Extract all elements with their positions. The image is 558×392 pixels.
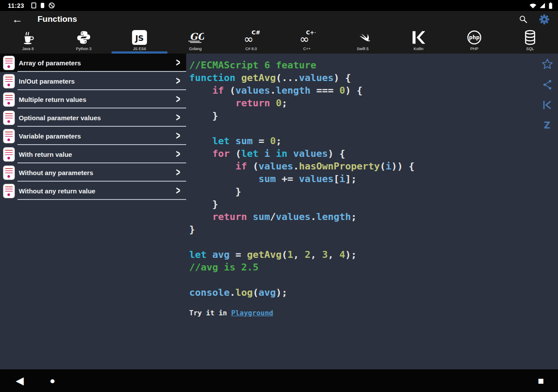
svg-text:JS: JS xyxy=(134,34,144,43)
status-bar: 11:23 xyxy=(0,0,558,11)
code-line: if (values.hasOwnProperty(i)) { xyxy=(189,160,532,172)
js-icon: JS xyxy=(131,29,148,46)
sidebar-item-label: Optional parameter values xyxy=(19,114,101,122)
sidebar-item-label: Multiple return values xyxy=(19,96,86,103)
tab-label: SQL xyxy=(526,47,534,51)
code-line: //ECMAScript 6 feature xyxy=(189,59,532,71)
code-line: let sum = 0; xyxy=(189,135,532,147)
tab-kotlin[interactable]: Kotlin xyxy=(391,27,446,54)
tab-java-8[interactable]: Java 8 xyxy=(0,27,56,54)
share-button[interactable] xyxy=(541,78,553,91)
settings-gear-icon xyxy=(538,14,550,25)
tab-golang[interactable]: GOGolang xyxy=(167,27,223,54)
snippet-doc-icon xyxy=(3,56,14,70)
clock: 11:23 xyxy=(8,2,24,9)
code-line: } xyxy=(189,185,532,198)
code-line: return 0; xyxy=(189,97,532,109)
code-line: if (values.length === 0) { xyxy=(189,84,532,97)
svg-text:∞: ∞ xyxy=(299,32,310,46)
cpp-icon: C++∞ xyxy=(298,29,316,46)
topic-list: Array of parameters>In/Out parameters>Mu… xyxy=(0,54,186,369)
sidebar-item-label: Without any return value xyxy=(19,187,95,195)
battery-icon xyxy=(548,2,553,9)
language-tab-bar: Java 8Python 3JSJS ES6GOGolangC#∞C# 8.0C… xyxy=(0,27,558,54)
tab-label: Java 8 xyxy=(22,47,34,51)
python-icon xyxy=(75,29,92,46)
sidebar-item-optional-parameter-values[interactable]: Optional parameter values> xyxy=(0,108,186,127)
tab-label: C++ xyxy=(303,47,310,51)
code-line: } xyxy=(189,109,532,122)
code-line: //avg is 2.5 xyxy=(189,261,532,274)
sidebar-item-label: With return value xyxy=(19,151,72,158)
snippet-doc-icon xyxy=(3,129,14,143)
search-icon xyxy=(519,15,528,24)
code-block: //ECMAScript 6 featurefunction getAvg(..… xyxy=(189,59,532,299)
screen: 11:23 ← Functions Java 8Python 3JSJS ES6… xyxy=(0,0,558,392)
settings-gear-button[interactable] xyxy=(538,14,550,25)
code-line xyxy=(189,274,532,286)
recents-icon: ■ xyxy=(538,375,544,387)
tab-c[interactable]: C++∞C++ xyxy=(279,27,335,54)
tab-label: Kotlin xyxy=(414,47,424,51)
tab-sql[interactable]: SQL xyxy=(502,27,558,54)
code-line xyxy=(189,122,532,135)
svg-text:php: php xyxy=(469,34,480,41)
android-nav-bar: ◀●■ xyxy=(0,369,558,392)
snippet-doc-icon xyxy=(3,184,14,198)
svg-text:Z: Z xyxy=(544,120,551,131)
tab-swift-5[interactable]: Swift 5 xyxy=(335,27,391,54)
sql-icon xyxy=(521,29,539,46)
sidebar-item-without-any-return-value[interactable]: Without any return value> xyxy=(0,182,186,200)
sidebar-item-multiple-return-values[interactable]: Multiple return values> xyxy=(0,90,186,108)
sidebar-item-without-any-parameters[interactable]: Without any parameters> xyxy=(0,163,186,182)
tab-php[interactable]: phpPHP xyxy=(446,27,502,54)
tab-js-es6[interactable]: JSJS ES6 xyxy=(112,27,167,54)
nav-home-button[interactable]: ● xyxy=(50,369,55,392)
nav-recents-button[interactable]: ■ xyxy=(538,369,544,392)
code-line: console.log(avg); xyxy=(189,286,532,299)
skip-start-button[interactable] xyxy=(541,99,553,111)
tab-label: Python 3 xyxy=(76,47,92,51)
favorite-star-icon xyxy=(541,58,553,70)
sidebar-item-variable-parameters[interactable]: Variable parameters> xyxy=(0,127,186,145)
favorite-star-button[interactable] xyxy=(541,58,553,70)
snippet-doc-icon xyxy=(3,111,14,125)
home-icon: ● xyxy=(50,375,55,386)
sidebar-item-in-out-parameters[interactable]: In/Out parameters> xyxy=(0,72,186,90)
snippet-doc-icon xyxy=(3,93,14,106)
wifi-icon xyxy=(529,3,537,9)
try-it-text: Try it in xyxy=(189,309,231,317)
sidebar-item-array-of-parameters[interactable]: Array of parameters> xyxy=(0,54,186,72)
back-button[interactable]: ← xyxy=(12,14,23,25)
tab-c-8-0[interactable]: C#∞C# 8.0 xyxy=(223,27,279,54)
z-button[interactable]: Z xyxy=(541,119,553,132)
tab-label: Swift 5 xyxy=(357,47,368,51)
search-button[interactable] xyxy=(519,15,528,24)
kotlin-icon xyxy=(410,29,427,46)
snippet-doc-icon xyxy=(3,148,14,161)
status-left-icons xyxy=(31,2,55,9)
chevron-right-icon: > xyxy=(176,184,180,197)
code-line xyxy=(189,236,532,248)
tab-label: PHP xyxy=(470,47,479,51)
code-line: sum += values[i]; xyxy=(189,172,532,185)
csharp-icon: C#∞ xyxy=(242,29,260,46)
code-line: } xyxy=(189,198,532,210)
battery-save-icon xyxy=(40,2,45,9)
code-line: let avg = getAvg(1, 2, 3, 4); xyxy=(189,248,532,261)
code-line: for (let i in values) { xyxy=(189,147,532,160)
back-icon: ◀ xyxy=(16,375,24,387)
chevron-right-icon: > xyxy=(176,74,180,88)
svg-text:∞: ∞ xyxy=(244,32,254,46)
code-line: } xyxy=(189,223,532,236)
chevron-right-icon: > xyxy=(176,111,180,124)
try-it-line: Try it in Playground xyxy=(189,309,532,317)
sim-icon xyxy=(31,2,37,9)
nav-back-button[interactable]: ◀ xyxy=(16,369,24,392)
tab-python-3[interactable]: Python 3 xyxy=(56,27,112,54)
sidebar-item-with-return-value[interactable]: With return value> xyxy=(0,145,186,163)
code-pane: //ECMAScript 6 featurefunction getAvg(..… xyxy=(186,54,558,369)
sidebar-item-label: Without any parameters xyxy=(19,169,93,176)
playground-link[interactable]: Playground xyxy=(231,309,273,317)
skip-start-icon xyxy=(542,100,552,110)
